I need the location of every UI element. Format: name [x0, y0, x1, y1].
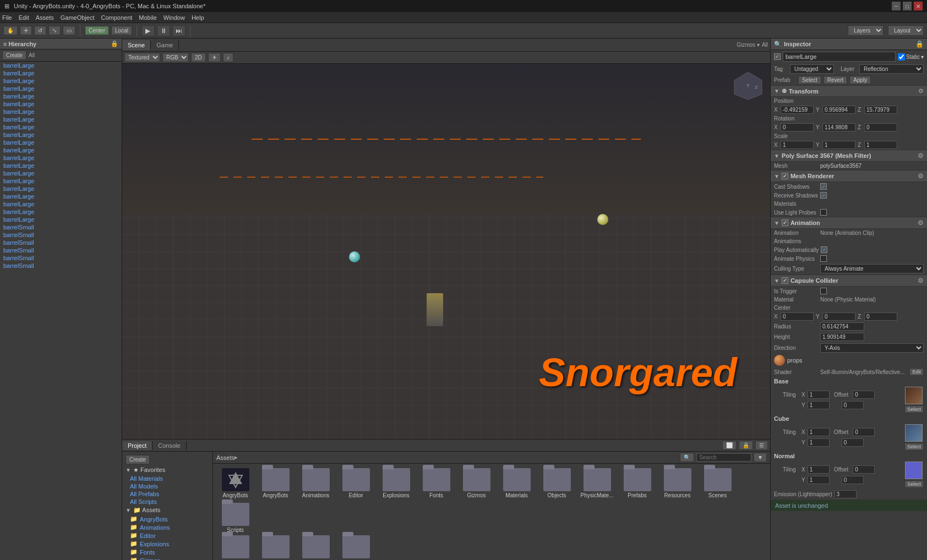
more-btn[interactable]: ☰ — [755, 441, 768, 450]
radius-input[interactable] — [820, 322, 864, 331]
layer-dropdown[interactable]: Reflection — [859, 64, 924, 74]
inspector-lock-btn[interactable]: 🔒 — [915, 40, 924, 48]
hierarchy-item-22[interactable]: barrelSmall — [0, 231, 122, 239]
hierarchy-item-21[interactable]: barrelSmall — [0, 223, 122, 231]
lock-btn[interactable]: 🔒 — [739, 441, 753, 450]
tab-console[interactable]: Console — [152, 441, 186, 450]
cube-select-btn[interactable]: Select — [904, 443, 924, 451]
anim-gear-btn[interactable]: ⚙ — [918, 219, 924, 227]
minimize-btn[interactable]: ─ — [892, 2, 901, 10]
is-trigger-checkbox[interactable] — [820, 288, 827, 294]
prefab-revert-btn[interactable]: Revert — [824, 76, 847, 84]
tool-rect[interactable]: ▭ — [63, 26, 75, 35]
emission-input[interactable] — [835, 490, 857, 498]
asset-item-scenes[interactable]: Scenes — [700, 468, 735, 498]
scl-z-input[interactable] — [864, 141, 897, 149]
meshrenderer-gear-btn[interactable]: ⚙ — [918, 172, 924, 180]
hierarchy-item-16[interactable]: barrelLarge — [0, 185, 122, 193]
center-btn[interactable]: Center — [85, 26, 109, 35]
rot-z-input[interactable] — [864, 123, 897, 131]
step-btn[interactable]: ⏭ — [172, 25, 186, 36]
hierarchy-item-5[interactable]: barrelLarge — [0, 100, 122, 108]
color-mode-dropdown[interactable]: RGB — [162, 53, 189, 62]
tool-move[interactable]: ✛ — [20, 26, 32, 35]
center-y-input[interactable] — [822, 312, 855, 321]
base-tiling-x[interactable] — [808, 391, 830, 399]
base-offset-y[interactable] — [842, 401, 864, 409]
hierarchy-item-20[interactable]: barrelLarge — [0, 216, 122, 223]
filter-btn[interactable]: ▼ — [754, 453, 767, 462]
all-toggle[interactable]: All — [762, 42, 768, 48]
fav-all-scripts[interactable]: All Scripts — [122, 498, 212, 506]
close-btn[interactable]: ✕ — [914, 2, 923, 10]
tool-hand[interactable]: ✋ — [3, 26, 18, 35]
scl-x-input[interactable] — [781, 141, 814, 149]
hierarchy-item-18[interactable]: barrelLarge — [0, 200, 122, 208]
menu-assets[interactable]: Assets — [36, 14, 54, 21]
asset-item-materials[interactable]: Materials — [499, 468, 535, 498]
hierarchy-item-24[interactable]: barrelSmall — [0, 246, 122, 254]
hierarchy-item-2[interactable]: barrelLarge — [0, 77, 122, 85]
asset-angrybots[interactable]: 📁 AngryBots — [122, 515, 212, 523]
hierarchy-list[interactable]: barrelLargebarrelLargebarrelLargebarrelL… — [0, 62, 122, 560]
prefab-select-btn[interactable]: Select — [798, 76, 821, 84]
menu-gameobject[interactable]: GameObject — [61, 14, 95, 21]
center-x-input[interactable] — [781, 312, 814, 321]
play-btn[interactable]: ▶ — [141, 25, 155, 36]
culling-type-dropdown[interactable]: Always Animate — [820, 264, 924, 273]
cube-tiling-y[interactable] — [808, 438, 830, 447]
search-input[interactable] — [696, 453, 751, 462]
hierarchy-item-23[interactable]: barrelSmall — [0, 239, 122, 246]
normal-tiling-y[interactable] — [808, 476, 830, 484]
shader-edit-btn[interactable]: Edit — [909, 368, 924, 376]
scene-light-btn[interactable]: ☀ — [208, 53, 221, 62]
asset-item-resources[interactable]: Resources — [659, 468, 695, 498]
cube-offset-y[interactable] — [842, 438, 864, 447]
fav-all-prefabs[interactable]: All Prefabs — [122, 490, 212, 498]
hierarchy-item-9[interactable]: barrelLarge — [0, 131, 122, 139]
menu-window[interactable]: Window — [163, 14, 185, 21]
gizmo-toggle[interactable]: Gizmos ▾ — [737, 42, 760, 48]
asset-item-scripts[interactable]: Scripts — [217, 503, 253, 533]
hierarchy-item-19[interactable]: barrelLarge — [0, 208, 122, 216]
hierarchy-item-15[interactable]: barrelLarge — [0, 177, 122, 185]
tool-rotate[interactable]: ↺ — [34, 26, 46, 35]
asset-item-standard[interactable]: Standard a... — [298, 535, 334, 560]
tab-project[interactable]: Project — [122, 441, 152, 450]
hierarchy-item-6[interactable]: barrelLarge — [0, 108, 122, 116]
fav-all-materials[interactable]: All Materials — [122, 475, 212, 482]
cube-offset-x[interactable] — [853, 428, 875, 436]
tab-game[interactable]: Game — [151, 40, 179, 50]
asset-item-fonts[interactable]: Fonts — [418, 468, 454, 498]
hierarchy-item-11[interactable]: barrelLarge — [0, 146, 122, 154]
height-input[interactable] — [820, 333, 864, 341]
tag-dropdown[interactable]: Untagged — [790, 64, 834, 74]
pos-x-input[interactable] — [781, 106, 814, 114]
play-auto-checkbox[interactable]: ✓ — [821, 246, 827, 253]
prefab-apply-btn[interactable]: Apply — [849, 76, 871, 84]
meshrenderer-checkbox[interactable]: ✓ — [782, 173, 788, 179]
menu-mobile[interactable]: Mobile — [139, 14, 156, 21]
normal-tiling-x[interactable] — [808, 465, 830, 474]
asset-item-prefabs[interactable]: Prefabs — [619, 468, 655, 498]
meshfilter-gear-btn[interactable]: ⚙ — [918, 152, 924, 160]
asset-gizmos[interactable]: 📁 Gizmos — [122, 556, 212, 560]
rot-y-input[interactable] — [822, 123, 855, 131]
menu-help[interactable]: Help — [192, 14, 204, 21]
asset-editor[interactable]: 📁 Editor — [122, 531, 212, 540]
anim-checkbox[interactable]: ✓ — [782, 219, 788, 226]
layers-dropdown[interactable]: Layers — [848, 25, 884, 36]
tab-scene[interactable]: Scene — [122, 40, 151, 50]
nav-cube[interactable]: Y Z — [732, 69, 765, 102]
object-active-checkbox[interactable]: ✓ — [774, 53, 781, 60]
menu-component[interactable]: Component — [101, 14, 132, 21]
hierarchy-item-25[interactable]: barrelSmall — [0, 254, 122, 262]
base-select-btn[interactable]: Select — [904, 405, 924, 413]
menu-file[interactable]: File — [2, 14, 12, 21]
cast-shadows-checkbox[interactable]: ✓ — [820, 183, 827, 190]
asset-item-explosions[interactable]: Explosions — [378, 468, 414, 498]
menu-edit[interactable]: Edit — [19, 14, 29, 21]
receive-shadows-checkbox[interactable]: ✓ — [820, 192, 827, 199]
assets-sidebar-header[interactable]: ▼ 📁 Assets — [122, 506, 212, 515]
hierarchy-item-4[interactable]: barrelLarge — [0, 92, 122, 100]
